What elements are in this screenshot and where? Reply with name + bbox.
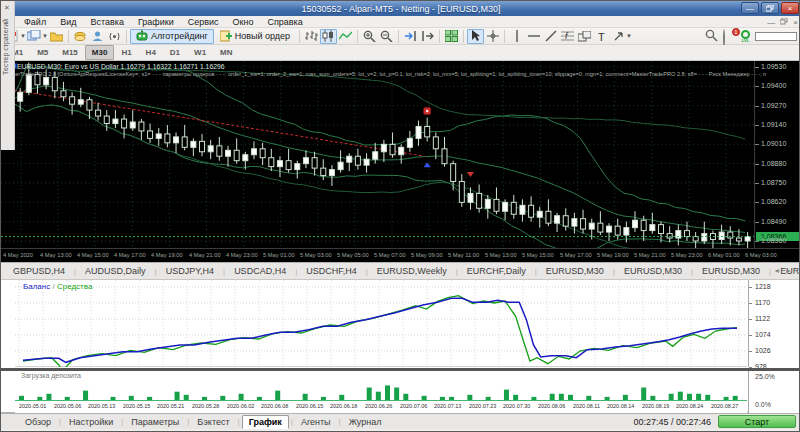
chart-area[interactable]: EURUSD,M30: Euro vs US Dollar 1.16279 1.… (1, 61, 800, 262)
auto-scroll-icon[interactable] (402, 29, 419, 44)
tester-close-icon[interactable]: ✕ (4, 4, 10, 11)
tab-separator: | (339, 417, 341, 426)
vertical-line-icon[interactable] (508, 29, 525, 44)
time-axis[interactable]: 4 May 20204 May 13:004 May 15:004 May 17… (1, 248, 800, 262)
tab-separator: | (238, 417, 240, 426)
profiles-button[interactable] (26, 29, 43, 44)
menu-Окно[interactable]: Окно (226, 17, 261, 27)
price-tick (755, 67, 759, 68)
tester-tab-Параметры[interactable]: Параметры (125, 416, 185, 428)
tester-tab-График[interactable]: График (242, 415, 289, 429)
chart-tab[interactable]: EURUSD,Weekly (370, 264, 454, 278)
tester-tab-Обзор[interactable]: Обзор (19, 416, 57, 428)
tab-separator: | (74, 267, 76, 276)
notifications-icon[interactable]: 1 (723, 30, 736, 43)
timeframe-H4[interactable]: H4 (139, 45, 163, 60)
tester-tab-Агенты[interactable]: Агенты (295, 416, 337, 428)
chart-tab[interactable]: USDCAD,H4 (227, 264, 293, 278)
folder-icon[interactable] (48, 29, 65, 44)
menu-Вид[interactable]: Вид (53, 17, 83, 27)
signals-icon[interactable] (106, 29, 123, 44)
shapes-icon[interactable] (576, 29, 593, 44)
tester-side-strip: ✕ Тестер стратегий (1, 1, 15, 150)
timeframe-MN[interactable]: MN (213, 45, 239, 60)
tester-tab-Настройки[interactable]: Настройки (63, 416, 119, 428)
mdi-minimize-button[interactable]: — (767, 18, 775, 27)
chart-tab[interactable]: AUDUSD,Daily (78, 264, 153, 278)
cursor-icon[interactable] (467, 29, 484, 44)
timeframe-W1[interactable]: W1 (187, 45, 213, 60)
chart-tab[interactable]: USDCHF,H4 (299, 264, 364, 278)
price-axis[interactable]: 1.08366 1.095301.094001.092701.091401.09… (754, 61, 800, 248)
community-icon[interactable] (89, 29, 106, 44)
price-label: 1.08880 (761, 160, 786, 167)
tester-tab-Бэктест[interactable]: Бэктест (191, 416, 235, 428)
timeframe-D1[interactable]: D1 (163, 45, 187, 60)
time-label: 5 May 05:00 (337, 252, 369, 258)
tile-windows-icon[interactable] (443, 29, 460, 44)
balance-axis-tick (749, 319, 752, 320)
date-label: 2020.08.14 (607, 403, 634, 408)
balance-axis-label: 1122 (755, 315, 770, 322)
candles-chart-icon[interactable] (320, 29, 337, 44)
lvl-indicator-icon[interactable]: LVL (741, 30, 750, 43)
start-button[interactable]: Старт (718, 415, 796, 428)
chart-shift-icon[interactable] (419, 29, 436, 44)
price-label: 1.09400 (761, 82, 786, 89)
date-label: 2020.05.01 (19, 403, 46, 408)
mdi-close-button[interactable]: × (793, 18, 798, 27)
date-label: 2020.05.21 (157, 403, 184, 408)
chart-tab[interactable]: EURUSD,M30 (695, 264, 767, 278)
menu-Вставка[interactable]: Вставка (83, 17, 130, 27)
chart-tab[interactable]: EURUSD,M30 (539, 264, 611, 278)
payments-icon[interactable] (72, 29, 89, 44)
chart-tab[interactable]: EURCHF,Daily (460, 264, 533, 278)
timeframe-H1[interactable]: H1 (114, 45, 138, 60)
search-icon[interactable] (705, 28, 718, 46)
crosshair-icon[interactable] (484, 29, 501, 44)
chart-tab[interactable]: GBPUSD,H4 (6, 264, 72, 278)
mdi-restore-button[interactable] (780, 18, 788, 27)
trendline-icon[interactable] (542, 29, 559, 44)
load-axis-label: 0.0% (755, 401, 771, 408)
tester-tab-Журнал[interactable]: Журнал (343, 416, 388, 428)
title-bar[interactable]: 15030552 - Alpari-MT5 - Netting - [EURUS… (1, 1, 800, 16)
tab-separator: | (535, 267, 537, 276)
new-order-button[interactable]: Новый ордер (214, 29, 296, 44)
text-label-icon[interactable]: T (593, 29, 610, 44)
tab-separator: | (187, 417, 189, 426)
date-axis: 2020.05.012020.05.062020.05.132020.05.15… (15, 402, 747, 413)
bars-chart-icon[interactable] (303, 29, 320, 44)
svg-text:T: T (598, 31, 605, 42)
deposit-load-axis: 25.0%0.0% (748, 371, 800, 413)
timeframe-M5[interactable]: M5 (30, 45, 55, 60)
menu-Файл[interactable]: Файл (17, 17, 53, 27)
tab-separator: | (613, 267, 615, 276)
horizontal-line-icon[interactable] (525, 29, 542, 44)
restore-button[interactable] (761, 2, 779, 14)
menu-items: ФайлВидВставкаГрафикиСервисОкноСправка (17, 17, 310, 27)
zoom-out-icon[interactable] (378, 29, 395, 44)
menu-Справка[interactable]: Справка (260, 17, 309, 27)
close-button[interactable]: × (781, 2, 799, 14)
menu-bar: ФайлВидВставкаГрафикиСервисОкноСправка —… (1, 16, 800, 28)
zoom-in-icon[interactable] (361, 29, 378, 44)
line-chart-icon[interactable] (337, 29, 354, 44)
time-label: 4 May 19:00 (151, 252, 183, 258)
tabs-scroll-right-icon[interactable]: ► (785, 267, 797, 274)
chart-tab[interactable]: USDJPY,H4 (159, 264, 221, 278)
candlestick-canvas[interactable] (1, 61, 754, 248)
tabs-scroll-left-icon[interactable]: ◄ (773, 267, 785, 274)
menu-Графики[interactable]: Графики (131, 17, 181, 27)
chart-tab[interactable]: EURUSD,M30 (617, 264, 689, 278)
time-label: 5 May 09:00 (411, 252, 443, 258)
minimize-button[interactable]: — (741, 2, 759, 14)
timeframe-M30[interactable]: M30 (85, 45, 115, 60)
price-tick (755, 183, 759, 184)
fibonacci-icon[interactable]: f (559, 29, 576, 44)
arrows-objects-icon[interactable] (610, 29, 627, 44)
objects-caret-icon[interactable]: ▼ (626, 33, 632, 39)
timeframe-M15[interactable]: M15 (55, 45, 85, 60)
algo-trading-button[interactable]: Алготрейдинг (130, 29, 214, 44)
menu-Сервис[interactable]: Сервис (181, 17, 226, 27)
